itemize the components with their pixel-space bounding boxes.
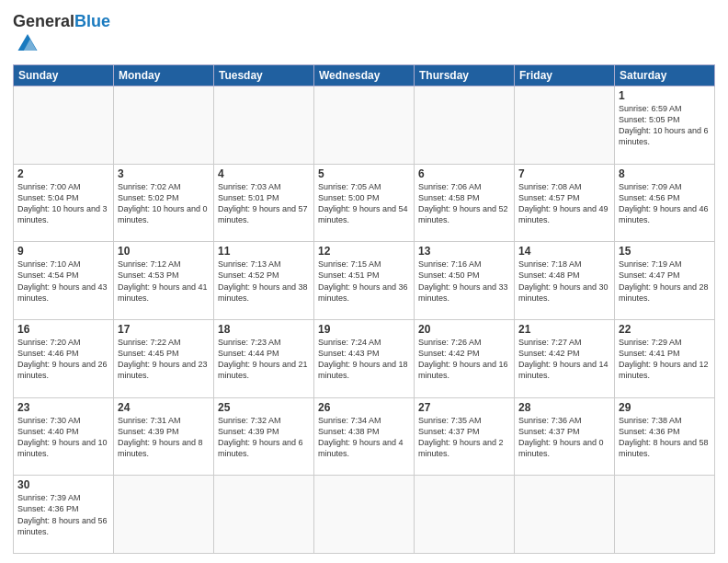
- calendar-cell: 23Sunrise: 7:30 AM Sunset: 4:40 PM Dayli…: [14, 397, 114, 476]
- calendar-cell: 7Sunrise: 7:08 AM Sunset: 4:57 PM Daylig…: [515, 164, 615, 242]
- calendar-cell: [314, 86, 415, 165]
- day-number: 30: [17, 478, 109, 491]
- calendar-cell: 11Sunrise: 7:13 AM Sunset: 4:52 PM Dayli…: [214, 242, 314, 320]
- calendar-cell: 22Sunrise: 7:29 AM Sunset: 4:41 PM Dayli…: [615, 319, 715, 397]
- day-info: Sunrise: 7:27 AM Sunset: 4:42 PM Dayligh…: [518, 337, 610, 382]
- day-info: Sunrise: 7:02 AM Sunset: 5:02 PM Dayligh…: [118, 181, 210, 226]
- page: GeneralBlue SundayMondayTuesdayWednesday…: [0, 0, 728, 563]
- day-number: 18: [218, 323, 310, 336]
- calendar-week-1: 1Sunrise: 6:59 AM Sunset: 5:05 PM Daylig…: [14, 86, 715, 165]
- calendar-cell: [14, 86, 114, 165]
- day-number: 16: [17, 323, 109, 336]
- weekday-header-friday: Friday: [515, 65, 615, 86]
- calendar-cell: 16Sunrise: 7:20 AM Sunset: 4:46 PM Dayli…: [14, 319, 114, 397]
- day-number: 26: [318, 401, 410, 414]
- calendar-cell: 2Sunrise: 7:00 AM Sunset: 5:04 PM Daylig…: [14, 164, 114, 242]
- calendar-cell: 6Sunrise: 7:06 AM Sunset: 4:58 PM Daylig…: [415, 164, 515, 242]
- day-info: Sunrise: 7:34 AM Sunset: 4:38 PM Dayligh…: [318, 415, 410, 460]
- day-info: Sunrise: 7:39 AM Sunset: 4:36 PM Dayligh…: [17, 492, 109, 537]
- weekday-header-row: SundayMondayTuesdayWednesdayThursdayFrid…: [14, 65, 715, 86]
- day-number: 21: [518, 323, 610, 336]
- day-number: 3: [118, 167, 210, 180]
- day-info: Sunrise: 6:59 AM Sunset: 5:05 PM Dayligh…: [619, 103, 711, 148]
- day-number: 11: [218, 245, 310, 258]
- calendar-cell: 28Sunrise: 7:36 AM Sunset: 4:37 PM Dayli…: [515, 397, 615, 476]
- day-info: Sunrise: 7:16 AM Sunset: 4:50 PM Dayligh…: [418, 259, 510, 304]
- day-number: 9: [17, 245, 109, 258]
- calendar-cell: 14Sunrise: 7:18 AM Sunset: 4:48 PM Dayli…: [515, 242, 615, 320]
- calendar-cell: 29Sunrise: 7:38 AM Sunset: 4:36 PM Dayli…: [615, 397, 715, 476]
- calendar-cell: [515, 86, 615, 165]
- day-number: 4: [218, 167, 310, 180]
- calendar-cell: [615, 476, 715, 554]
- calendar-cell: 3Sunrise: 7:02 AM Sunset: 5:02 PM Daylig…: [114, 164, 214, 242]
- calendar-table: SundayMondayTuesdayWednesdayThursdayFrid…: [13, 64, 715, 554]
- calendar-cell: [515, 476, 615, 554]
- calendar-cell: 19Sunrise: 7:24 AM Sunset: 4:43 PM Dayli…: [314, 319, 415, 397]
- calendar-cell: 25Sunrise: 7:32 AM Sunset: 4:39 PM Dayli…: [214, 397, 314, 476]
- calendar-week-6: 30Sunrise: 7:39 AM Sunset: 4:36 PM Dayli…: [14, 476, 715, 554]
- weekday-header-saturday: Saturday: [615, 65, 715, 86]
- day-number: 12: [318, 245, 410, 258]
- day-info: Sunrise: 7:24 AM Sunset: 4:43 PM Dayligh…: [318, 337, 410, 382]
- calendar-cell: [415, 476, 515, 554]
- day-number: 1: [619, 89, 711, 102]
- calendar-cell: 30Sunrise: 7:39 AM Sunset: 4:36 PM Dayli…: [14, 476, 114, 554]
- day-number: 20: [418, 323, 510, 336]
- calendar-cell: 17Sunrise: 7:22 AM Sunset: 4:45 PM Dayli…: [114, 319, 214, 397]
- calendar-cell: 15Sunrise: 7:19 AM Sunset: 4:47 PM Dayli…: [615, 242, 715, 320]
- day-number: 27: [418, 401, 510, 414]
- day-number: 23: [17, 401, 109, 414]
- logo: GeneralBlue: [13, 13, 110, 59]
- day-info: Sunrise: 7:29 AM Sunset: 4:41 PM Dayligh…: [619, 337, 711, 382]
- day-info: Sunrise: 7:05 AM Sunset: 5:00 PM Dayligh…: [318, 181, 410, 226]
- logo-icon: [15, 29, 40, 55]
- calendar-cell: 24Sunrise: 7:31 AM Sunset: 4:39 PM Dayli…: [114, 397, 214, 476]
- day-number: 10: [118, 245, 210, 258]
- calendar-cell: 26Sunrise: 7:34 AM Sunset: 4:38 PM Dayli…: [314, 397, 415, 476]
- day-number: 13: [418, 245, 510, 258]
- day-info: Sunrise: 7:20 AM Sunset: 4:46 PM Dayligh…: [17, 337, 109, 382]
- header: GeneralBlue: [13, 9, 715, 59]
- calendar-cell: [415, 86, 515, 165]
- day-info: Sunrise: 7:12 AM Sunset: 4:53 PM Dayligh…: [118, 259, 210, 304]
- day-info: Sunrise: 7:18 AM Sunset: 4:48 PM Dayligh…: [518, 259, 610, 304]
- day-info: Sunrise: 7:38 AM Sunset: 4:36 PM Dayligh…: [619, 415, 711, 460]
- calendar-cell: 12Sunrise: 7:15 AM Sunset: 4:51 PM Dayli…: [314, 242, 415, 320]
- calendar-cell: [314, 476, 415, 554]
- day-info: Sunrise: 7:15 AM Sunset: 4:51 PM Dayligh…: [318, 259, 410, 304]
- calendar-cell: 5Sunrise: 7:05 AM Sunset: 5:00 PM Daylig…: [314, 164, 415, 242]
- day-info: Sunrise: 7:35 AM Sunset: 4:37 PM Dayligh…: [418, 415, 510, 460]
- day-info: Sunrise: 7:26 AM Sunset: 4:42 PM Dayligh…: [418, 337, 510, 382]
- day-number: 22: [619, 323, 711, 336]
- calendar-cell: 27Sunrise: 7:35 AM Sunset: 4:37 PM Dayli…: [415, 397, 515, 476]
- calendar-cell: [214, 476, 314, 554]
- day-number: 6: [418, 167, 510, 180]
- day-number: 8: [619, 167, 711, 180]
- calendar-cell: 21Sunrise: 7:27 AM Sunset: 4:42 PM Dayli…: [515, 319, 615, 397]
- calendar-cell: 18Sunrise: 7:23 AM Sunset: 4:44 PM Dayli…: [214, 319, 314, 397]
- day-number: 7: [518, 167, 610, 180]
- calendar-cell: 20Sunrise: 7:26 AM Sunset: 4:42 PM Dayli…: [415, 319, 515, 397]
- day-number: 17: [118, 323, 210, 336]
- day-info: Sunrise: 7:36 AM Sunset: 4:37 PM Dayligh…: [518, 415, 610, 460]
- day-info: Sunrise: 7:06 AM Sunset: 4:58 PM Dayligh…: [418, 181, 510, 226]
- weekday-header-sunday: Sunday: [14, 65, 114, 86]
- day-info: Sunrise: 7:03 AM Sunset: 5:01 PM Dayligh…: [218, 181, 310, 226]
- calendar-cell: 10Sunrise: 7:12 AM Sunset: 4:53 PM Dayli…: [114, 242, 214, 320]
- day-info: Sunrise: 7:23 AM Sunset: 4:44 PM Dayligh…: [218, 337, 310, 382]
- day-info: Sunrise: 7:31 AM Sunset: 4:39 PM Dayligh…: [118, 415, 210, 460]
- day-info: Sunrise: 7:19 AM Sunset: 4:47 PM Dayligh…: [619, 259, 711, 304]
- calendar-cell: 4Sunrise: 7:03 AM Sunset: 5:01 PM Daylig…: [214, 164, 314, 242]
- day-info: Sunrise: 7:32 AM Sunset: 4:39 PM Dayligh…: [218, 415, 310, 460]
- calendar-week-2: 2Sunrise: 7:00 AM Sunset: 5:04 PM Daylig…: [14, 164, 715, 242]
- logo-general: General: [13, 12, 74, 30]
- day-info: Sunrise: 7:22 AM Sunset: 4:45 PM Dayligh…: [118, 337, 210, 382]
- logo-text: GeneralBlue: [13, 13, 110, 29]
- calendar-cell: [114, 86, 214, 165]
- day-info: Sunrise: 7:30 AM Sunset: 4:40 PM Dayligh…: [17, 415, 109, 460]
- day-info: Sunrise: 7:08 AM Sunset: 4:57 PM Dayligh…: [518, 181, 610, 226]
- logo-blue: Blue: [74, 12, 110, 30]
- day-number: 14: [518, 245, 610, 258]
- day-number: 24: [118, 401, 210, 414]
